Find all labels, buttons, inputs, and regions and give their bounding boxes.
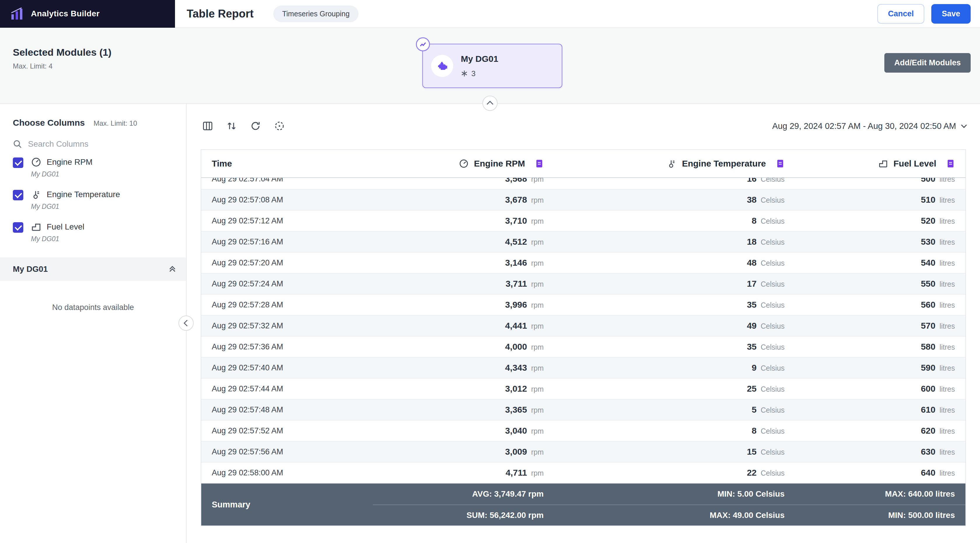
gauge-icon xyxy=(459,159,469,168)
temperature-cell: 18Celsius xyxy=(554,237,795,247)
analytics-logo-icon xyxy=(10,6,24,21)
fuel-cell: 560litres xyxy=(795,300,966,310)
table-row: Aug 29 02:57:24 AM 3,711rpm 17Celsius 55… xyxy=(201,273,966,295)
header-time[interactable]: Time xyxy=(201,150,373,177)
time-cell: Aug 29 02:57:52 AM xyxy=(201,426,373,435)
time-cell: Aug 29 02:57:16 AM xyxy=(201,237,373,246)
fuel-level-icon xyxy=(878,159,888,168)
collapse-group-icon xyxy=(170,266,174,272)
search-columns xyxy=(13,140,173,149)
summary-avg-rpm: AVG: 3,749.47 rpm xyxy=(373,489,554,499)
temperature-cell: 22Celsius xyxy=(554,468,795,478)
temperature-cell: 25Celsius xyxy=(554,384,795,394)
columns-max-limit: Max. Limit: 10 xyxy=(94,119,137,127)
choose-columns-title: Choose Columns xyxy=(13,118,85,128)
column-module: My DG01 xyxy=(31,170,92,178)
temperature-cell: 5Celsius xyxy=(554,405,795,415)
save-button[interactable]: Save xyxy=(931,4,970,24)
datapoint-count-value: 3 xyxy=(471,69,476,78)
engine-icon xyxy=(431,55,453,77)
column-module: My DG01 xyxy=(31,235,84,243)
datapoints-icon xyxy=(461,70,468,77)
table-row: Aug 29 02:57:52 AM 3,040rpm 8Celsius 620… xyxy=(201,421,966,441)
app-title: Analytics Builder xyxy=(31,9,100,18)
summary-label: Summary xyxy=(201,484,373,526)
top-bar: Analytics Builder Table Report Timeserie… xyxy=(0,0,980,28)
temperature-cell: 35Celsius xyxy=(554,342,795,352)
table-row: Aug 29 02:57:36 AM 4,000rpm 35Celsius 58… xyxy=(201,337,966,357)
cancel-button[interactable]: Cancel xyxy=(877,4,924,24)
fuel-level-checkbox[interactable] xyxy=(13,222,23,233)
fuel-cell: 550litres xyxy=(795,279,966,289)
date-range-picker[interactable]: Aug 29, 2024 02:57 AM - Aug 30, 2024 02:… xyxy=(772,121,966,131)
table-row: Aug 29 02:57:48 AM 3,365rpm 5Celsius 610… xyxy=(201,400,966,421)
date-range-text: Aug 29, 2024 02:57 AM - Aug 30, 2024 02:… xyxy=(772,121,956,131)
time-cell: Aug 29 02:57:20 AM xyxy=(201,258,373,267)
grouping-badge[interactable]: Timeseries Grouping xyxy=(273,6,358,22)
header-engine-rpm[interactable]: Engine RPM xyxy=(373,150,554,177)
module-group-header[interactable]: My DG01 xyxy=(0,257,186,281)
temperature-cell: 35Celsius xyxy=(554,300,795,310)
table-row: Aug 29 02:57:16 AM 4,512rpm 18Celsius 53… xyxy=(201,232,966,252)
report-main: Aug 29, 2024 02:57 AM - Aug 30, 2024 02:… xyxy=(187,104,980,543)
table-row: Aug 29 02:57:12 AM 3,710rpm 8Celsius 520… xyxy=(201,211,966,232)
column-item-engine-rpm: Engine RPM My DG01 xyxy=(0,151,186,183)
fuel-cell: 540litres xyxy=(795,258,966,268)
rpm-cell: 3,040rpm xyxy=(373,426,554,436)
temperature-cell: 15Celsius xyxy=(554,447,795,457)
table-row: Aug 29 02:57:20 AM 3,146rpm 48Celsius 54… xyxy=(201,252,966,273)
summary-sum-rpm: SUM: 56,242.00 rpm xyxy=(373,511,554,520)
table-row: Aug 29 02:57:04 AM 3,568rpm 16Celsius 50… xyxy=(201,178,966,189)
rpm-cell: 4,711rpm xyxy=(373,468,554,478)
chevron-up-icon xyxy=(487,101,493,108)
fuel-cell: 630litres xyxy=(795,447,966,457)
fuel-cell: 500litres xyxy=(795,178,966,184)
module-name: My DG01 xyxy=(461,54,498,64)
temperature-icon xyxy=(667,159,677,168)
modules-info: Selected Modules (1) Max. Limit: 4 xyxy=(13,47,111,70)
table-row: Aug 29 02:57:44 AM 3,012rpm 25Celsius 60… xyxy=(201,378,966,400)
engine-temperature-checkbox[interactable] xyxy=(13,190,23,200)
engine-rpm-checkbox[interactable] xyxy=(13,157,23,168)
summary-row-1: AVG: 3,749.47 rpm MIN: 5.00 Celsius MAX:… xyxy=(373,484,966,505)
datapoint-count: 3 xyxy=(461,69,498,78)
search-columns-input[interactable] xyxy=(28,140,173,149)
selected-modules-band: Selected Modules (1) Max. Limit: 4 My DG… xyxy=(0,28,980,104)
rpm-cell: 3,678rpm xyxy=(373,195,554,205)
column-item-fuel-level: Fuel Level My DG01 xyxy=(0,216,186,248)
rpm-cell: 3,009rpm xyxy=(373,447,554,457)
fuel-cell: 600litres xyxy=(795,384,966,394)
refresh-icon[interactable] xyxy=(248,119,262,133)
chevron-left-icon xyxy=(184,320,191,327)
page-title: Table Report xyxy=(187,8,253,20)
summary-row-2: SUM: 56,242.00 rpm MAX: 49.00 Celsius MI… xyxy=(373,505,966,526)
summary-max-temp: MAX: 49.00 Celsius xyxy=(554,511,795,520)
summary-section: Summary AVG: 3,749.47 rpm MIN: 5.00 Cels… xyxy=(201,484,966,526)
content-area: Choose Columns Max. Limit: 10 xyxy=(0,104,980,543)
column-report-icon[interactable] xyxy=(946,159,955,168)
manage-columns-icon[interactable] xyxy=(200,119,215,133)
header-engine-temperature[interactable]: Engine Temperature xyxy=(554,150,795,177)
sort-icon[interactable] xyxy=(224,119,239,133)
column-module: My DG01 xyxy=(31,203,120,211)
add-edit-modules-button[interactable]: Add/Edit Modules xyxy=(885,53,970,73)
refresh-interval-icon[interactable] xyxy=(272,119,286,133)
fuel-level-icon xyxy=(31,222,41,232)
header-fuel-level[interactable]: Fuel Level xyxy=(795,150,966,177)
module-card[interactable]: My DG01 3 xyxy=(422,44,562,88)
time-cell: Aug 29 02:57:04 AM xyxy=(201,178,373,183)
temperature-cell: 48Celsius xyxy=(554,258,795,268)
selected-modules-title: Selected Modules (1) xyxy=(13,47,111,58)
report-table: Time Engine RPM xyxy=(200,149,966,526)
column-report-icon[interactable] xyxy=(535,159,544,168)
fuel-cell: 620litres xyxy=(795,426,966,436)
collapse-modules-button[interactable] xyxy=(482,96,498,111)
collapse-sidebar-button[interactable] xyxy=(178,316,194,331)
time-cell: Aug 29 02:57:44 AM xyxy=(201,384,373,394)
table-row: Aug 29 02:57:28 AM 3,996rpm 35Celsius 56… xyxy=(201,295,966,316)
column-report-icon[interactable] xyxy=(776,159,784,168)
column-label: Engine Temperature xyxy=(47,190,120,199)
temperature-cell: 16Celsius xyxy=(554,178,795,184)
temperature-cell: 9Celsius xyxy=(554,363,795,373)
table-body-viewport[interactable]: Aug 29 02:57:04 AM 3,568rpm 16Celsius 50… xyxy=(201,178,966,484)
